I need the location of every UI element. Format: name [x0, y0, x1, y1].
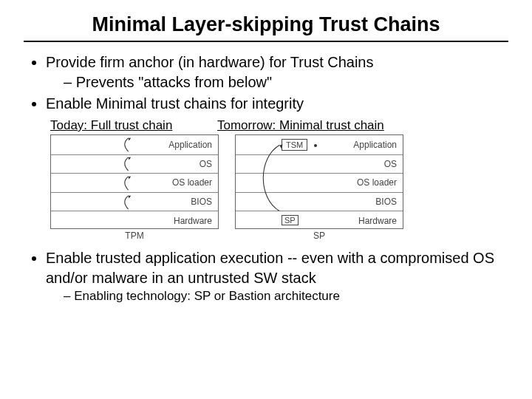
right-diagram-label: SP [235, 231, 403, 241]
skip-arrow-icon [258, 141, 287, 215]
slide-title: Minimal Layer-skipping Trust Chains [24, 13, 508, 42]
arrow-icon [125, 175, 141, 191]
layer-osloader: OS loader [172, 177, 212, 188]
layer-application: Application [353, 140, 397, 150]
bullet-list: Provide firm anchor (in hardware) for Tr… [24, 52, 508, 114]
arrow-icon [125, 156, 141, 172]
layer-bios: BIOS [191, 197, 212, 207]
layer-application: Application [168, 140, 212, 150]
right-diagram: Application OS OS loader BIOS Hardware T… [235, 134, 403, 229]
left-diagram: Application OS OS loader BIOS Hardware [50, 134, 219, 229]
bullet-1: Provide firm anchor (in hardware) for Tr… [46, 52, 508, 92]
arrow-icon [125, 137, 141, 153]
left-diagram-label: TPM [50, 231, 219, 241]
layer-os: OS [384, 159, 397, 169]
layer-hardware: Hardware [174, 216, 212, 226]
bullet-3: Enable trusted application execution -- … [46, 248, 508, 305]
right-caption: Tomorrow: Minimal trust chain [217, 118, 384, 133]
bullet-3-text: Enable trusted application execution -- … [46, 250, 494, 286]
bullet-1-sub: Prevents "attacks from below" [64, 72, 508, 92]
bullet-1-text: Provide firm anchor (in hardware) for Tr… [46, 54, 374, 70]
layer-osloader: OS loader [357, 177, 397, 188]
bullet-3-sub: Enabling technology: SP or Bastion archi… [64, 288, 508, 305]
layer-os: OS [200, 159, 212, 169]
trust-chain-figure: Today: Full trust chain Tomorrow: Minima… [50, 118, 508, 247]
dot-icon [314, 144, 317, 147]
arrow-icon [125, 194, 141, 211]
layer-hardware: Hardware [358, 216, 397, 226]
layer-bios: BIOS [375, 197, 397, 207]
left-caption: Today: Full trust chain [50, 118, 172, 133]
bullet-2: Enable Minimal trust chains for integrit… [46, 94, 508, 114]
sp-box: SP [282, 215, 299, 225]
bullet-list-2: Enable trusted application execution -- … [24, 248, 508, 305]
